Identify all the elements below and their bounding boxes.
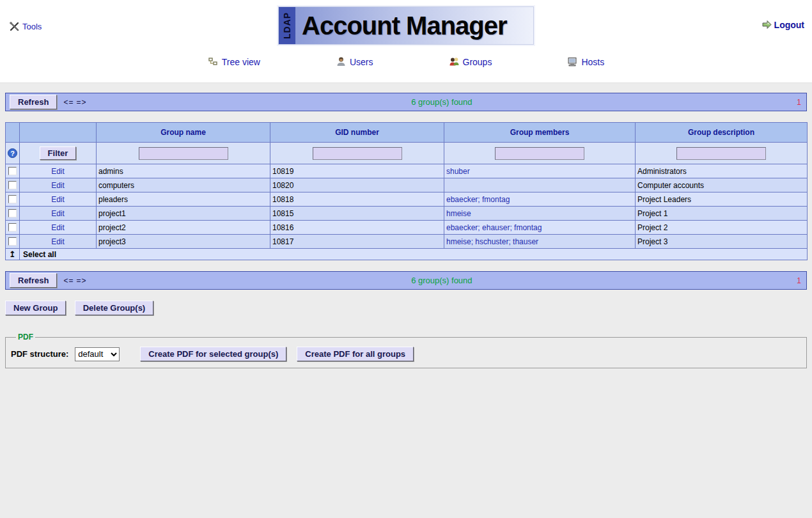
pdf-structure-label: PDF structure: — [11, 349, 68, 359]
edit-link[interactable]: Edit — [51, 167, 65, 176]
member-link[interactable]: hmeise; hschuster; thauser — [446, 237, 538, 246]
group-description-cell: Project Leaders — [636, 192, 808, 207]
main-nav: Tree view Users Groups — [0, 56, 812, 67]
status-text: 6 group(s) found — [86, 276, 797, 285]
nav-label: Hosts — [581, 57, 604, 67]
status-text: 6 group(s) found — [86, 97, 797, 107]
refresh-button[interactable]: Refresh — [10, 273, 57, 288]
edit-link[interactable]: Edit — [51, 223, 65, 232]
nav-label: Users — [350, 57, 373, 67]
pdf-structure-select[interactable]: default — [75, 347, 120, 361]
group-description-cell: Project 2 — [636, 221, 808, 235]
bottom-status-bar: Refresh <= => 6 group(s) found 1 — [5, 271, 807, 290]
group-description-cell: Project 3 — [636, 235, 808, 249]
group-members-cell: hmeise — [444, 207, 636, 221]
group-members-cell: hmeise; hschuster; thauser — [444, 235, 636, 249]
header-check-col — [6, 123, 20, 143]
tools-label: Tools — [22, 22, 42, 31]
row-checkbox[interactable] — [8, 209, 17, 217]
logout-icon — [761, 19, 772, 30]
table-row: Editadmins10819shuberAdministrators — [6, 164, 808, 178]
filter-button[interactable]: Filter — [40, 146, 77, 160]
filter-input-group-members[interactable] — [495, 147, 584, 160]
column-header-group-name: Group name — [97, 123, 270, 143]
nav-label: Groups — [463, 57, 492, 67]
tools-icon — [9, 21, 20, 32]
logout-link[interactable]: Logout — [761, 19, 804, 30]
select-all-row: ↥ Select all — [6, 249, 808, 260]
group-members-cell: ebaecker; fmontag — [444, 192, 636, 207]
table-row: Editproject310817hmeise; hschuster; thau… — [6, 235, 808, 249]
group-name-cell: project2 — [97, 221, 270, 235]
gid-number-cell: 10815 — [270, 207, 444, 221]
create-pdf-selected-button[interactable]: Create PDF for selected group(s) — [140, 347, 286, 361]
groups-table: Group name GID number Group members Grou… — [5, 122, 808, 260]
users-icon — [336, 56, 347, 67]
group-members-cell — [444, 178, 636, 192]
groups-icon — [449, 56, 460, 67]
member-link[interactable]: shuber — [446, 167, 470, 176]
filter-row: ? Filter — [6, 143, 808, 164]
gid-number-cell: 10820 — [270, 178, 444, 192]
group-table-body: Editadmins10819shuberAdministratorsEditc… — [6, 164, 808, 249]
delete-group-button[interactable]: Delete Group(s) — [75, 301, 154, 315]
next-page-link[interactable]: => — [76, 98, 86, 107]
edit-link[interactable]: Edit — [51, 209, 65, 218]
gid-number-cell: 10818 — [270, 192, 444, 207]
member-link[interactable]: hmeise — [446, 209, 471, 218]
select-all-arrow-icon[interactable]: ↥ — [6, 249, 20, 260]
table-row: Editproject210816ebaecker; ehauser; fmon… — [6, 221, 808, 235]
row-checkbox[interactable] — [8, 181, 17, 189]
group-name-cell: project1 — [97, 207, 270, 221]
edit-link[interactable]: Edit — [51, 181, 65, 190]
logo-ldap-vertical: LDAP — [279, 7, 295, 44]
gid-number-cell: 10816 — [270, 221, 444, 235]
logout-label: Logout — [774, 20, 804, 30]
gid-number-cell: 10817 — [270, 235, 444, 249]
filter-input-group-description[interactable] — [676, 147, 766, 160]
row-checkbox[interactable] — [8, 223, 17, 232]
table-row: Editproject110815hmeiseProject 1 — [6, 207, 808, 221]
gid-number-cell: 10819 — [270, 164, 444, 178]
group-actions: New Group Delete Group(s) — [5, 301, 807, 315]
tools-link[interactable]: Tools — [9, 21, 42, 32]
group-name-cell: computers — [97, 178, 270, 192]
top-status-bar: Refresh <= => 6 group(s) found 1 — [5, 93, 807, 111]
help-icon[interactable]: ? — [8, 148, 17, 158]
nav-hosts[interactable]: Hosts — [567, 56, 604, 67]
column-header-gid-number: GID number — [270, 123, 444, 143]
table-header-row: Group name GID number Group members Grou… — [6, 123, 808, 143]
page-header: Tools LDAP Account Manager Logout Tree v… — [0, 0, 812, 83]
app-title: Account Manager — [295, 7, 533, 44]
select-all-label[interactable]: Select all — [20, 249, 808, 260]
group-members-cell: ebaecker; ehauser; fmontag — [444, 221, 636, 235]
group-description-cell: Computer accounts — [636, 178, 808, 192]
prev-page-link[interactable]: <= — [63, 98, 74, 107]
row-checkbox[interactable] — [8, 237, 17, 246]
filter-input-gid-number[interactable] — [313, 147, 402, 160]
edit-link[interactable]: Edit — [51, 237, 65, 246]
row-checkbox[interactable] — [8, 195, 17, 203]
page-number: 1 — [797, 276, 802, 285]
prev-page-link[interactable]: <= — [63, 276, 74, 285]
member-link[interactable]: ebaecker; ehauser; fmontag — [446, 223, 542, 232]
group-members-cell: shuber — [444, 164, 636, 178]
next-page-link[interactable]: => — [76, 276, 86, 285]
row-checkbox[interactable] — [8, 167, 17, 175]
group-name-cell: project3 — [97, 235, 270, 249]
member-link[interactable]: ebaecker; fmontag — [446, 195, 510, 204]
column-header-group-members: Group members — [444, 123, 636, 143]
create-pdf-all-button[interactable]: Create PDF for all groups — [297, 347, 414, 361]
app-logo: LDAP Account Manager — [278, 6, 534, 45]
nav-users[interactable]: Users — [336, 56, 373, 67]
edit-link[interactable]: Edit — [51, 195, 65, 204]
table-row: Editcomputers10820Computer accounts — [6, 178, 808, 192]
hosts-icon — [567, 56, 578, 67]
nav-groups[interactable]: Groups — [449, 56, 492, 67]
filter-input-group-name[interactable] — [139, 147, 228, 160]
refresh-button[interactable]: Refresh — [10, 95, 57, 109]
group-name-cell: pleaders — [97, 192, 270, 207]
table-row: Editpleaders10818ebaecker; fmontagProjec… — [6, 192, 808, 207]
nav-tree-view[interactable]: Tree view — [208, 56, 260, 67]
new-group-button[interactable]: New Group — [5, 301, 66, 315]
